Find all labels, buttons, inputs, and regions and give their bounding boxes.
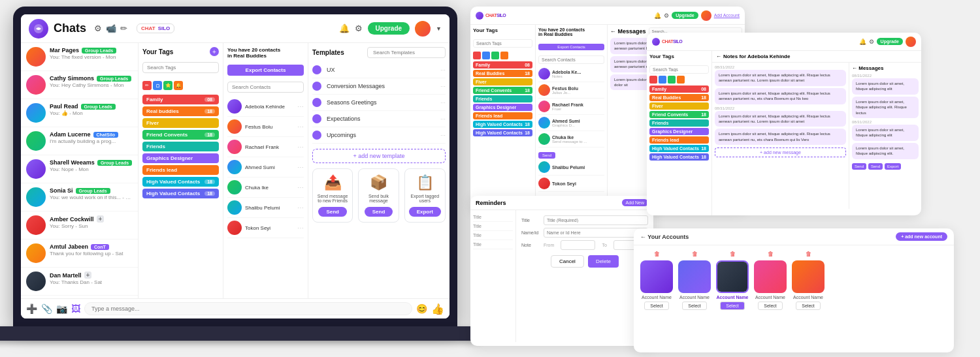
account-select-3[interactable]: Select [720,302,744,310]
sc-contact-shalibu[interactable]: Shalibu Pelumi [538,159,604,176]
add-template-button[interactable]: + add new template [312,149,446,163]
reminder-title-input[interactable] [544,215,648,225]
tag-friends[interactable]: Friends [142,142,219,151]
account-trash-1[interactable]: 🗑 [654,251,660,257]
contact-chuka[interactable]: Chuka Ike ⋯ [227,178,304,198]
sc-tag-high-valued-1[interactable]: High Valued Contacts18 [473,121,532,128]
tag-high-valued-1[interactable]: High Valued Contacts18 [142,177,219,187]
tag-real-buddies[interactable]: Real buddies18 [142,106,219,116]
contact-adebola[interactable]: Adebola Kehinde ⋯ [227,97,304,117]
dropdown-arrow[interactable]: ▼ [436,25,442,32]
sc-contact-festus[interactable]: Festus Bolu Julius Jo... [538,82,604,99]
tag-high-valued-2[interactable]: High Valued Contacts18 [142,189,219,198]
sc-notes-tag-friends[interactable]: Friends [649,119,709,127]
chat-item-dan[interactable]: Dan Martell + You: Thanks Dan - Sat [21,268,138,296]
sc-tag-graphics[interactable]: Graphics Designer [473,104,532,111]
sc-notes-send-btn-1[interactable]: Send [852,163,866,170]
sc-notes-export-btn[interactable]: Export [885,163,901,170]
chat-item-amber[interactable]: Amber Cockwill + You: Sorry - Sun [21,211,138,240]
add-tag-button[interactable]: + [210,47,219,56]
reminder-list-item-1[interactable]: Title [473,213,513,222]
sc-upgrade-button[interactable]: Upgrade [672,12,698,19]
reminder-name-input[interactable] [544,228,648,238]
search-contacts-input[interactable] [227,82,304,93]
contact-shalibu[interactable]: Shalibu Pelumi ⋯ [227,198,304,218]
chat-item-amtul[interactable]: Amtul Jabeen ConT Thank you for followin… [21,240,138,268]
sc-notes-tag-friends-lead[interactable]: Friends lead [649,136,709,144]
gear-icon[interactable]: ⚙ [355,23,363,33]
sc-notes-tag-graphics[interactable]: Graphics Designer [649,128,709,135]
send-friends-button[interactable]: Send [318,207,347,217]
chat-item-mar-pages[interactable]: Mar Pages Group Leads You: The fixed ver… [21,43,138,71]
video-icon[interactable]: 📹 [106,23,116,33]
contact-rachael[interactable]: Rachael Frank ⋯ [227,137,304,157]
account-trash-5[interactable]: 🗑 [806,251,811,257]
sc-tag-real-buddies[interactable]: Real Buddies18 [473,70,532,77]
account-select-5[interactable]: Select [796,302,820,310]
sc-notes-tag-friend-convents[interactable]: Friend Convents18 [649,111,709,118]
add-account-button[interactable]: + add new account [896,232,947,241]
sc-contact-rachael[interactable]: Rachael Frank Fruer [538,99,604,115]
sc-contact-tokon[interactable]: Tokon Seyi [538,176,604,192]
sc-notes-tag-high1[interactable]: High Valued Contacts18 [649,145,709,152]
sc-send-button[interactable]: Send [538,152,555,159]
message-input[interactable] [84,302,412,315]
account-trash-3[interactable]: 🗑 [730,251,736,257]
search-tags-input[interactable] [142,62,219,73]
sc-tag-friends-lead[interactable]: Friends lead [473,112,532,119]
search-templates-input[interactable] [367,47,446,58]
chat-item-paul[interactable]: Paul Read Group Leads You: 👍 - Mon [21,99,138,127]
chat-item-adam[interactable]: Adam Lucerne ChatSilo I'm actually build… [21,127,138,155]
sc-contact-ahmed[interactable]: Ahmed Sumi Graphics D... [538,115,604,131]
cancel-reminder-button[interactable]: Cancel [551,255,584,268]
sc-search-tags[interactable] [473,39,532,48]
add-new-reminder-button[interactable]: Add New [622,199,648,206]
bell-icon[interactable]: 🔔 [339,23,350,33]
account-trash-2[interactable]: 🗑 [692,251,698,257]
reminder-list-item-4[interactable]: Title [473,240,513,249]
reminder-from-input[interactable] [561,240,595,250]
emoji-icon[interactable]: 😊 [416,303,427,314]
tag-friend-convents[interactable]: Friend Convents18 [142,130,219,140]
sc-tag-high-valued-2[interactable]: High Valued Contacts18 [473,129,532,136]
account-select-1[interactable]: Select [644,302,668,310]
sc-export-contacts-btn[interactable]: Export Contacts [538,44,604,50]
sc-notes-upgrade-button[interactable]: Upgrade [877,38,903,45]
send-icon[interactable]: 👍 [431,303,444,315]
sc-notes-tag-family[interactable]: Family08 [649,85,709,93]
delete-reminder-button[interactable]: Delete [588,255,619,268]
sc-contact-adebola[interactable]: Adebola Ke... Notes [538,66,604,82]
contact-ahmed[interactable]: Ahmed Sumi ⋯ [227,157,304,178]
template-conversion[interactable]: Conversion Messages ⋯ [312,78,446,95]
sc-search-contacts[interactable] [538,55,604,64]
chat-item-sharell[interactable]: Sharell Weeams Group Leads You: Nope - M… [21,155,138,183]
template-expectations[interactable]: Expectations ⋯ [312,111,446,127]
sc-add-account-link[interactable]: Add Account [714,13,740,18]
settings-icon[interactable]: ⚙ [94,23,102,33]
tag-graphics-designer[interactable]: Graphics Designer [142,153,219,163]
sc-tag-friends[interactable]: Friends [473,95,532,102]
template-ux[interactable]: UX ⋯ [312,62,446,78]
sc-notes-tag-high2[interactable]: High Valued Contacts18 [649,153,709,161]
bulk-send-button[interactable]: Send [365,207,393,217]
camera-icon[interactable]: 📷 [56,303,67,314]
tag-fiver[interactable]: Fiver [142,118,219,128]
chat-item-cathy[interactable]: Cathy Simmons Group Leads You: Hey Cathy… [21,71,138,99]
sc-tag-friend-convents[interactable]: Friend Convents18 [473,87,532,94]
sc-notes-send-btn-2[interactable]: Send [868,163,883,170]
tag-family[interactable]: Family08 [142,95,219,104]
chat-item-sonia[interactable]: Sonia Si Group Leads You: we would work … [21,183,138,211]
attach-plus-icon[interactable]: ➕ [26,303,37,314]
export-contacts-button[interactable]: Export Contacts [227,65,304,76]
sc-add-note-button[interactable]: + add new message [715,147,846,157]
sc-notes-tag-fiver[interactable]: Fiver [649,102,709,110]
tag-friends-lead[interactable]: Friends lead [142,165,219,175]
contact-festus[interactable]: Festus Bolu ⋯ [227,117,304,137]
edit-icon[interactable]: ✏ [120,23,127,33]
reminder-list-item-2[interactable]: Title [473,222,513,231]
sc-contact-chuka[interactable]: Chuka Ike Send message to ... [538,131,604,147]
contact-tokon[interactable]: Tokon Seyi ⋯ [227,218,304,238]
sc-notes-tag-real[interactable]: Real Buddies18 [649,94,709,101]
export-button[interactable]: Export [409,207,441,217]
account-trash-4[interactable]: 🗑 [768,251,774,257]
